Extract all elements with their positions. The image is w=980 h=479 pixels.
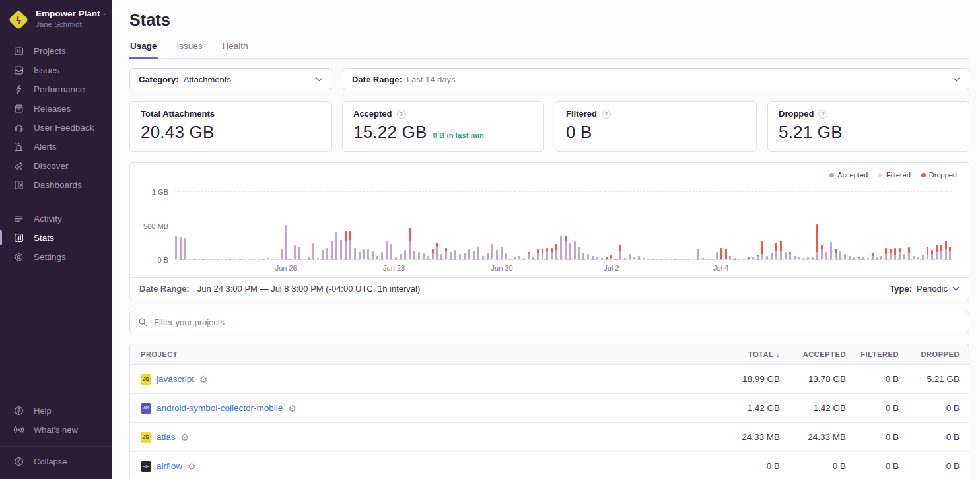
legend-dot xyxy=(878,173,883,177)
chart-bar xyxy=(546,248,548,260)
cell-value: 1.42 GB xyxy=(789,403,855,413)
card-value: 20.43 GB xyxy=(141,122,320,143)
sidebar-item-activity[interactable]: Activity xyxy=(0,209,112,228)
sidebar-item-issues[interactable]: Issues xyxy=(0,61,112,80)
project-link[interactable]: atlas xyxy=(157,432,176,442)
category-select[interactable]: Category: Attachments xyxy=(129,68,332,90)
project-filter-input[interactable] xyxy=(153,317,961,328)
column-header-accepted[interactable]: ACCEPTED xyxy=(789,350,855,358)
card-dropped: Dropped ? 5.21 GB xyxy=(767,101,969,152)
chart-bar xyxy=(445,248,447,260)
tab-health[interactable]: Health xyxy=(222,41,249,58)
project-settings-gear-icon[interactable]: ⚙ xyxy=(199,375,208,384)
chart-bar xyxy=(945,241,947,260)
sidebar-item-releases[interactable]: Releases xyxy=(0,99,112,118)
legend-accepted[interactable]: Accepted xyxy=(829,171,868,179)
cell-value: 0 B xyxy=(908,461,969,471)
tabs: UsageIssuesHealth xyxy=(129,41,969,59)
page-header: Stats UsageIssuesHealth xyxy=(112,0,980,59)
chart-bar xyxy=(949,247,951,260)
column-header-project[interactable]: PROJECT xyxy=(130,350,690,358)
chart-bars[interactable] xyxy=(175,185,952,260)
sidebar-item-performance[interactable]: Performance xyxy=(0,80,112,99)
sidebar-footer-nav: HelpWhat's new xyxy=(0,401,112,439)
chart-bar xyxy=(936,245,938,260)
sidebar-item-user-feedback[interactable]: User Feedback xyxy=(0,118,112,137)
project-settings-gear-icon[interactable]: ⚙ xyxy=(181,433,190,442)
column-header-total[interactable]: TOTAL ↓ xyxy=(690,350,789,358)
chart-footer: Date Range: Jun 24 3:00 PM — Jul 8 3:00 … xyxy=(130,277,969,300)
chart-bar xyxy=(294,245,296,260)
org-switcher[interactable]: ϟ Empower Plant Jane Schmidt xyxy=(0,0,112,36)
table-body: JSjavascript⚙18.99 GB13.78 GB0 B5.21 GBA… xyxy=(130,365,969,479)
x-axis-tick: Jun 30 xyxy=(491,264,513,272)
legend-filtered[interactable]: Filtered xyxy=(878,171,911,179)
stat-cards: Total Attachments 20.43 GB Accepted ? 15… xyxy=(129,101,969,152)
card-label: Dropped xyxy=(779,109,814,119)
chevron-down-icon xyxy=(952,286,960,291)
sidebar-item-dashboards[interactable]: Dashboards xyxy=(0,176,112,195)
cell-value: 18.99 GB xyxy=(690,374,789,384)
project-link[interactable]: airflow xyxy=(157,461,182,471)
chart-bar xyxy=(473,251,475,260)
column-header-dropped[interactable]: DROPPED xyxy=(908,350,969,358)
legend-dropped[interactable]: Dropped xyxy=(921,171,957,179)
platform-icon: JS xyxy=(141,374,151,385)
chart-bar xyxy=(496,250,498,260)
legend-dot xyxy=(829,173,834,177)
project-link[interactable]: android-symbol-collector-mobile xyxy=(157,403,283,413)
chart-bar xyxy=(298,247,300,261)
usage-chart-card: AcceptedFilteredDropped 0 B500 MB1 GB Ju… xyxy=(129,162,969,300)
chart-bar xyxy=(821,245,823,260)
sidebar-collapse-wrap: Collapse xyxy=(0,452,112,471)
chart-bar xyxy=(720,248,722,260)
sidebar-item-label: Help xyxy=(34,406,52,416)
chart-bar xyxy=(890,249,892,260)
help-tooltip-icon[interactable]: ? xyxy=(602,110,611,119)
user-feedback-icon xyxy=(13,122,24,133)
table-header-row: PROJECTTOTAL ↓ACCEPTEDFILTEREDDROPPED xyxy=(130,344,969,365)
type-select[interactable]: Type: Periodic xyxy=(890,284,960,294)
chart-bar xyxy=(335,232,337,260)
project-settings-gear-icon[interactable]: ⚙ xyxy=(188,462,196,471)
column-header-filtered[interactable]: FILTERED xyxy=(855,350,908,358)
chart-bar xyxy=(908,247,910,260)
sidebar-item-alerts[interactable]: Alerts xyxy=(0,137,112,156)
sidebar-item-collapse[interactable]: Collapse xyxy=(0,452,112,471)
stats-icon xyxy=(13,232,24,243)
card-label: Total Attachments xyxy=(141,109,215,119)
project-settings-gear-icon[interactable]: ⚙ xyxy=(288,404,297,413)
sidebar-item-whats-new[interactable]: What's new xyxy=(0,420,112,439)
project-link[interactable]: javascript xyxy=(157,374,194,384)
chart-x-axis: Jun 26Jun 28Jun 30Jul 2Jul 4 xyxy=(175,260,952,274)
chart-bar xyxy=(725,249,727,260)
card-label: Accepted xyxy=(353,109,392,119)
sidebar-item-settings[interactable]: Settings xyxy=(0,247,112,267)
filter-row: Category: Attachments Date Range: Last 1… xyxy=(129,68,969,90)
collapse-icon xyxy=(13,456,24,467)
chart-bar xyxy=(390,244,392,260)
sidebar-item-help[interactable]: Help xyxy=(0,401,112,420)
sidebar-item-projects[interactable]: Projects xyxy=(0,42,112,61)
chart-bar xyxy=(340,239,342,260)
cell-value: 0 B xyxy=(908,403,969,413)
sidebar-item-discover[interactable]: Discover xyxy=(0,156,112,176)
sidebar-item-stats[interactable]: Stats xyxy=(0,228,112,247)
chart-bar xyxy=(830,242,832,260)
broadcast-icon xyxy=(13,424,24,435)
chart-bar xyxy=(574,241,576,260)
tab-issues[interactable]: Issues xyxy=(176,41,203,58)
chart-legend: AcceptedFilteredDropped xyxy=(139,170,960,185)
help-tooltip-icon[interactable]: ? xyxy=(818,110,827,119)
date-range-label: Date Range: xyxy=(352,75,402,84)
tab-usage[interactable]: Usage xyxy=(129,41,158,58)
help-tooltip-icon[interactable]: ? xyxy=(397,110,406,119)
cell-value: 0 B xyxy=(855,374,908,384)
chart-bar xyxy=(404,250,406,260)
sort-arrow-icon: ↓ xyxy=(776,350,780,358)
chart-bar xyxy=(322,250,324,260)
org-name: Empower Plant xyxy=(36,9,100,18)
chart-bar xyxy=(372,251,374,260)
date-range-select[interactable]: Date Range: Last 14 days xyxy=(343,68,969,90)
legend-label: Filtered xyxy=(886,171,911,179)
